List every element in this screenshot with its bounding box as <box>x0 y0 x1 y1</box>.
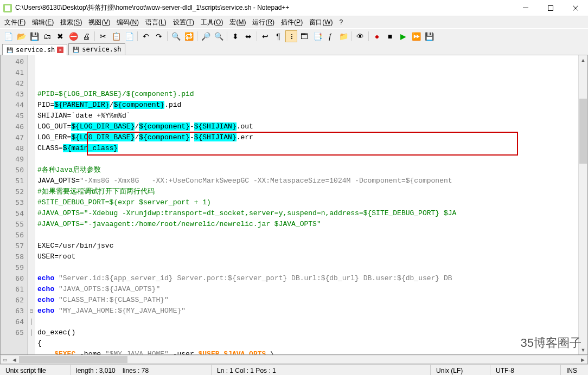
menu-窗口[interactable]: 窗口(W) <box>306 17 336 28</box>
code-line[interactable] <box>37 154 576 165</box>
sync-v-icon[interactable]: ⬍ <box>229 30 241 42</box>
fold-marker[interactable] <box>28 284 35 295</box>
scroll-left-icon[interactable]: ◀ <box>10 355 19 364</box>
fold-marker[interactable] <box>28 121 35 132</box>
playx-icon[interactable]: ⏩ <box>410 30 422 42</box>
menu-工具[interactable]: 工具(O) <box>197 17 226 28</box>
fold-marker[interactable] <box>28 208 35 219</box>
folder-icon[interactable]: 📁 <box>337 30 349 42</box>
code-line[interactable]: echo "CLASS_PATH:${CLASS_PATH}" <box>37 295 576 306</box>
fold-marker[interactable] <box>28 241 35 251</box>
stop-icon[interactable]: ■ <box>384 30 396 42</box>
zoom-in-icon[interactable]: 🔎 <box>200 30 212 42</box>
savemacro-icon[interactable]: 💾 <box>423 30 435 42</box>
code-line[interactable]: { <box>37 338 576 349</box>
code-line[interactable]: echo "JAVA_OPTS:${JAVA_OPTS}" <box>37 284 576 295</box>
fold-marker[interactable] <box>28 56 35 67</box>
menu-文件[interactable]: 文件(F) <box>1 17 29 28</box>
code-line[interactable]: #JAVA_OPTS="-Xdebug -Xrunjdwp:transport=… <box>37 208 576 219</box>
menu-视图[interactable]: 视图(V) <box>85 17 113 28</box>
code-line[interactable] <box>37 316 576 327</box>
fold-marker[interactable] <box>28 67 35 78</box>
fold-marker[interactable] <box>28 197 35 208</box>
print-icon[interactable]: 🖨 <box>80 30 92 42</box>
menu-插件[interactable]: 插件(P) <box>278 17 306 28</box>
replace-icon[interactable]: 🔁 <box>183 30 195 42</box>
code-line[interactable]: LOG_OUT=${LOG_DIR_BASE}/${component}-${S… <box>37 121 576 132</box>
monitor-icon[interactable]: 👁 <box>354 30 366 42</box>
menu-宏[interactable]: 宏(M) <box>226 17 249 28</box>
indent-guide-icon[interactable]: ⫶ <box>285 30 297 42</box>
fold-marker[interactable] <box>28 176 35 186</box>
scroll-right-icon[interactable]: ▶ <box>578 355 587 364</box>
code-line[interactable]: echo "Server.id:${app_server_id} Server.… <box>37 273 576 284</box>
sync-h-icon[interactable]: ⬌ <box>242 30 254 42</box>
userlang-icon[interactable]: 🗔 <box>298 30 310 42</box>
fold-marker[interactable] <box>28 165 35 176</box>
save-all-icon[interactable]: 🗂 <box>41 30 53 42</box>
code-line[interactable]: USER=root <box>37 251 576 262</box>
fold-marker[interactable]: ⊟ <box>28 306 35 316</box>
undo-icon[interactable]: ↶ <box>140 30 152 42</box>
horizontal-scrollbar[interactable]: ▭ ◀ ▶ <box>0 355 588 364</box>
fold-marker[interactable] <box>28 230 35 241</box>
cut-icon[interactable]: ✂ <box>97 30 109 42</box>
fold-gutter[interactable]: ⊟││ <box>28 55 35 354</box>
menu-设置[interactable]: 设置(T) <box>170 17 197 28</box>
fold-marker[interactable] <box>28 89 35 100</box>
scroll-up-icon[interactable]: ▲ <box>579 55 587 64</box>
fold-marker[interactable] <box>28 78 35 89</box>
vertical-scrollbar[interactable]: ▲ ▼ <box>578 55 587 354</box>
fold-marker[interactable]: │ <box>28 316 35 327</box>
code-line[interactable]: #如果需要远程调试打开下面两行代码 <box>37 186 576 197</box>
docmap-icon[interactable]: 📑 <box>311 30 323 42</box>
play-icon[interactable]: ▶ <box>397 30 409 42</box>
new-file-icon[interactable]: 📄 <box>2 30 14 42</box>
fold-marker[interactable] <box>28 132 35 143</box>
funclist-icon[interactable]: ƒ <box>324 30 336 42</box>
code-line[interactable]: PID=${PARENT_DIR}/${component}.pid <box>37 100 576 111</box>
close-button[interactable] <box>563 0 588 16</box>
scroll-track-h[interactable] <box>19 355 578 364</box>
fold-marker[interactable] <box>28 262 35 273</box>
fold-marker[interactable] <box>28 251 35 262</box>
code-line[interactable]: $EXEC -home "$MY_JAVA_HOME" -user $USER … <box>37 349 576 354</box>
code-line[interactable] <box>37 262 576 273</box>
file-tab[interactable]: 💾service.sh <box>68 43 125 55</box>
minimize-button[interactable] <box>513 0 538 16</box>
record-icon[interactable]: ● <box>371 30 383 42</box>
menu-?[interactable]: ? <box>336 17 346 27</box>
fold-marker[interactable] <box>28 295 35 306</box>
menu-语言[interactable]: 语言(L) <box>142 17 170 28</box>
file-tab[interactable]: 💾service.sh✕ <box>2 44 67 55</box>
copy-icon[interactable]: 📋 <box>110 30 122 42</box>
close-file-icon[interactable]: ✖ <box>54 30 66 42</box>
code-area[interactable]: #PID=${LOG_DIR_BASE}/${component}.pidPID… <box>35 55 578 354</box>
tab-close-icon[interactable]: ✕ <box>57 47 63 53</box>
code-line[interactable]: do_exec() <box>37 327 576 338</box>
scroll-thumb-h[interactable] <box>19 356 127 363</box>
code-line[interactable]: #各种Java启动参数 <box>37 165 576 176</box>
fold-marker[interactable] <box>28 273 35 284</box>
fold-marker[interactable] <box>28 154 35 165</box>
code-line[interactable]: EXEC=/usr/bin/jsvc <box>37 241 576 251</box>
maximize-button[interactable] <box>538 0 563 16</box>
code-line[interactable]: SHIJIAN=`date +%Y%m%d` <box>37 111 576 121</box>
fold-marker[interactable] <box>28 111 35 121</box>
code-line[interactable] <box>37 230 576 241</box>
code-line[interactable]: JAVA_OPTS="-Xms8G -Xmx8G -XX:+UseConcMar… <box>37 176 576 186</box>
wordwrap-icon[interactable]: ↩ <box>259 30 271 42</box>
code-line[interactable]: echo "MY_JAVA_HOME:${MY_JAVA_HOME}" <box>37 306 576 316</box>
open-file-icon[interactable]: 📂 <box>15 30 27 42</box>
redo-icon[interactable]: ↷ <box>153 30 165 42</box>
paste-icon[interactable]: 📄 <box>123 30 135 42</box>
fold-marker[interactable] <box>28 186 35 197</box>
save-icon[interactable]: 💾 <box>28 30 40 42</box>
menu-运行[interactable]: 运行(R) <box>249 17 278 28</box>
code-line[interactable]: #SITE_DEBUG_PORT=$(expr $server_port + 1… <box>37 197 576 208</box>
close-all-icon[interactable]: ⛔ <box>67 30 79 42</box>
fold-marker[interactable]: │ <box>28 327 35 338</box>
fold-marker[interactable] <box>28 143 35 154</box>
scroll-thumb-v[interactable] <box>579 99 587 164</box>
code-line[interactable]: #PID=${LOG_DIR_BASE}/${component}.pid <box>37 89 576 100</box>
